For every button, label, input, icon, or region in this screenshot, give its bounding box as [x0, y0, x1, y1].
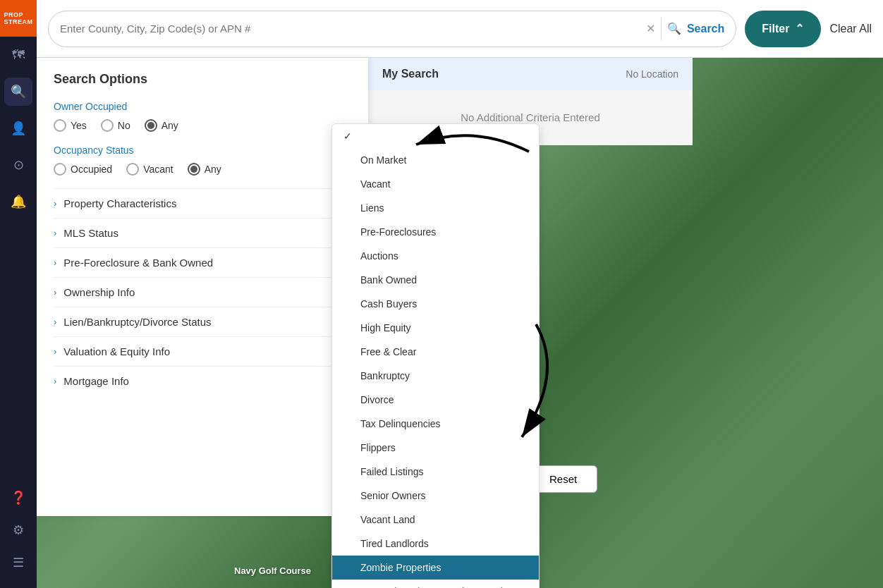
expandable-item-pre-foreclosure-&-bank-owned[interactable]: › Pre-Foreclosure & Bank Owned [54, 247, 351, 277]
dropdown-item-4[interactable]: Pre-Foreclosures [332, 220, 539, 244]
expandable-label: Lien/Bankruptcy/Divorce Status [63, 316, 211, 328]
expandable-label: MLS Status [63, 227, 118, 239]
dropdown-item-label: Vacant [360, 178, 391, 190]
dropdown-item-6[interactable]: Bank Owned [332, 268, 539, 292]
dropdown-item-label: Divorce [360, 394, 394, 405]
divider [661, 18, 662, 40]
search-options-panel: Search Options Owner Occupied Yes No Any… [37, 58, 368, 516]
chevron-right-icon: › [54, 376, 56, 386]
chevron-right-icon: › [54, 346, 56, 357]
search-box: ✕ 🔍 Search [48, 11, 736, 47]
topbar: ✕ 🔍 Search Filter ⌃ Clear All [37, 0, 883, 58]
occupancy-vacant[interactable]: Vacant [126, 163, 173, 176]
dropdown-item-7[interactable]: Cash Buyers [332, 292, 539, 316]
sidebar: PROPSTREAM 🗺 🔍 👤 ⊙ 🔔 ❓ ⚙ ☰ [0, 0, 37, 588]
expandable-item-mortgage-info[interactable]: › Mortgage Info [54, 366, 351, 396]
sidebar-icon-search[interactable]: 🔍 [4, 78, 32, 106]
search-icon: 🔍 [667, 22, 681, 35]
expandable-list: › Property Characteristics› MLS Status› … [54, 188, 351, 396]
arrow-annotation-right [480, 317, 592, 461]
dropdown-item-label: Auctions [360, 250, 398, 262]
filter-label: Filter [762, 23, 789, 35]
my-search-header: My Search No Location [368, 58, 693, 90]
sidebar-icon-user[interactable]: 👤 [4, 114, 32, 142]
dropdown-item-label: Cash Buyers [360, 298, 417, 310]
expandable-item-valuation-&-equity-info[interactable]: › Valuation & Equity Info [54, 336, 351, 366]
dropdown-item-3[interactable]: Liens [332, 196, 539, 220]
dropdown-item-label: Zombie Properties [360, 562, 441, 573]
chevron-right-icon: › [54, 228, 56, 238]
occupancy-occupied[interactable]: Occupied [54, 163, 112, 176]
radio-occ-any-selected [188, 163, 200, 176]
dropdown-item-label: Failed Listings [360, 466, 424, 477]
radio-yes [54, 119, 66, 132]
expandable-label: Valuation & Equity Info [63, 345, 170, 357]
logo[interactable]: PROPSTREAM [0, 0, 37, 37]
no-location-label: No Location [626, 68, 678, 80]
dropdown-item-label: Bank Owned [360, 274, 417, 286]
dropdown-item-17[interactable]: Tired Landlords [332, 532, 539, 556]
radio-occupied [54, 163, 66, 176]
occupancy-status-label: Occupancy Status [54, 145, 351, 156]
dropdown-item-19[interactable]: Pre-Probate (Deceased Owners) [332, 580, 539, 588]
sidebar-icon-menu[interactable]: ☰ [4, 549, 32, 577]
expandable-item-property-characteristics[interactable]: › Property Characteristics [54, 188, 351, 218]
search-input[interactable] [60, 23, 646, 35]
occupancy-any[interactable]: Any [188, 163, 221, 176]
dropdown-item-label: High Equity [360, 322, 411, 333]
arrow-annotation-left [402, 109, 543, 169]
dropdown-item-18[interactable]: Zombie Properties [332, 556, 539, 580]
sidebar-icon-notify[interactable]: 🔔 [4, 188, 32, 216]
search-label: Search [687, 23, 724, 35]
expandable-label: Property Characteristics [63, 197, 176, 209]
chevron-right-icon: › [54, 317, 56, 327]
dropdown-item-5[interactable]: Auctions [332, 244, 539, 268]
clear-input-icon[interactable]: ✕ [646, 22, 655, 35]
dropdown-item-16[interactable]: Vacant Land [332, 508, 539, 532]
dropdown-item-label: Tax Delinquencies [360, 418, 441, 429]
expandable-item-ownership-info[interactable]: › Ownership Info [54, 277, 351, 307]
owner-occupied-yes[interactable]: Yes [54, 119, 87, 132]
dropdown-item-label: Liens [360, 202, 384, 214]
dropdown-item-14[interactable]: Failed Listings [332, 460, 539, 484]
expandable-label: Mortgage Info [63, 375, 129, 387]
logo-text: PROPSTREAM [4, 11, 33, 25]
sidebar-icon-map[interactable]: 🗺 [4, 41, 32, 69]
panel-title: Search Options [54, 72, 351, 87]
chevron-right-icon: › [54, 198, 56, 209]
dropdown-item-label: Pre-Foreclosures [360, 226, 436, 238]
dropdown-item-label: Tired Landlords [360, 538, 429, 549]
my-search-title: My Search [382, 68, 439, 80]
filter-button[interactable]: Filter ⌃ [745, 11, 821, 47]
sidebar-icon-help[interactable]: ❓ [4, 484, 32, 512]
dropdown-item-label: Bankruptcy [360, 370, 410, 381]
clear-all-button[interactable]: Clear All [829, 23, 872, 35]
sidebar-icon-settings[interactable]: ⚙ [4, 516, 32, 544]
sidebar-icon-circle[interactable]: ⊙ [4, 151, 32, 179]
dropdown-item-2[interactable]: Vacant [332, 172, 539, 196]
expandable-item-lien/bankruptcy/divorce-status[interactable]: › Lien/Bankruptcy/Divorce Status [54, 307, 351, 336]
dropdown-item-15[interactable]: Senior Owners [332, 484, 539, 508]
occupancy-radio-group: Occupied Vacant Any [54, 163, 351, 176]
owner-occupied-no[interactable]: No [101, 119, 130, 132]
map-label: Navy Golf Course [234, 565, 311, 576]
expandable-item-mls-status[interactable]: › MLS Status [54, 218, 351, 247]
dropdown-item-label: Vacant Land [360, 514, 415, 525]
radio-any-selected [145, 119, 157, 132]
check-icon: ✓ [343, 130, 352, 142]
chevron-up-icon: ⌃ [795, 22, 804, 35]
expandable-label: Ownership Info [63, 286, 135, 298]
dropdown-item-label: Free & Clear [360, 346, 416, 357]
dropdown-item-label: Senior Owners [360, 490, 426, 501]
radio-vacant [126, 163, 139, 176]
owner-occupied-any[interactable]: Any [145, 119, 178, 132]
chevron-right-icon: › [54, 287, 56, 298]
expandable-label: Pre-Foreclosure & Bank Owned [63, 257, 213, 269]
radio-no [101, 119, 114, 132]
owner-occupied-radio-group: Yes No Any [54, 119, 351, 132]
dropdown-item-label: Flippers [360, 442, 396, 453]
chevron-right-icon: › [54, 257, 56, 268]
search-button[interactable]: 🔍 Search [667, 22, 724, 35]
owner-occupied-label: Owner Occupied [54, 101, 351, 112]
dropdown-item-label: On Market [360, 154, 406, 166]
